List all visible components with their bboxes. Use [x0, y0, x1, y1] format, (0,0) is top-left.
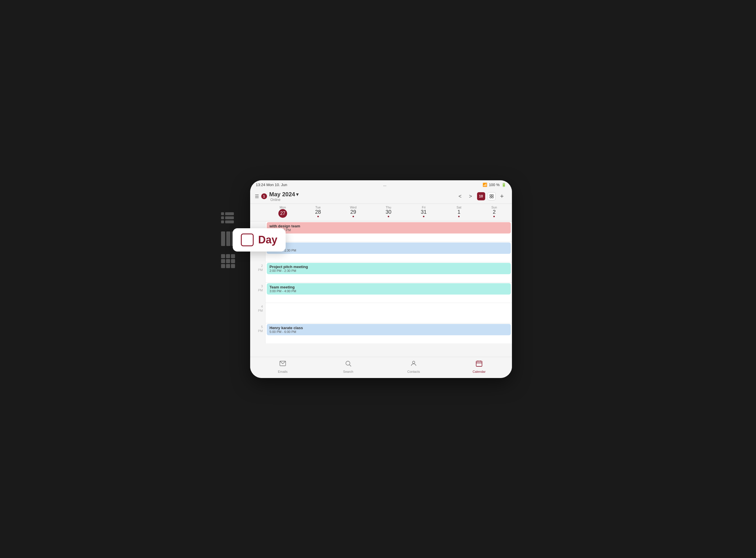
time-grid: 1PM 2PM 3PM 4PM 5PM [250, 221, 512, 344]
calendar-icon [476, 360, 483, 369]
time-row-2: Project pitch meeting 2:00 PM - 2:30 PM [266, 262, 512, 282]
time-label-3pm: 3PM [250, 282, 265, 303]
day-tooltip-label: Day [258, 234, 277, 246]
list-icon-top [221, 212, 235, 223]
day-header-fri[interactable]: Fri 31 [406, 204, 441, 221]
status-time: 13:24 Mon 10. Jun [256, 183, 287, 187]
day-header-wed[interactable]: Wed 29 [336, 204, 371, 221]
next-button[interactable]: > [467, 192, 475, 200]
svg-point-5 [346, 361, 350, 365]
nav-contacts[interactable]: Contacts [402, 360, 425, 373]
header-title-area: May 2024 ▾ Online [269, 191, 299, 202]
online-status: Online [271, 198, 299, 202]
svg-line-6 [350, 365, 351, 366]
event-henry[interactable]: p Henry 1:00 PM - 1:30 PM [267, 243, 511, 254]
header-right: < > 10 + [456, 192, 506, 200]
event-project-pitch[interactable]: Project pitch meeting 2:00 PM - 2:30 PM [267, 263, 511, 274]
bottom-nav: Emails Search [250, 357, 512, 378]
time-row-4 [266, 303, 512, 323]
days-header: Mon 27 Tue 28 Wed 29 Thu [250, 204, 512, 221]
svg-rect-8 [476, 361, 482, 366]
time-label-5pm: 5PM [250, 323, 265, 344]
svg-point-7 [412, 361, 415, 363]
time-row-5: Henry karate class 5:00 PM - 6:00 PM [266, 323, 512, 344]
event-design-team[interactable]: with design team PM - 12:45 PM [267, 222, 511, 233]
wifi-icon: 📶 [483, 183, 487, 187]
dropdown-arrow: ▾ [296, 192, 298, 197]
grid-icon [221, 254, 235, 268]
time-row-3: Team meeting 3:00 PM - 4:00 PM [266, 282, 512, 303]
time-label-4pm: 4PM [250, 303, 265, 323]
svg-rect-0 [490, 195, 491, 196]
notification-badge: 1 [261, 193, 267, 199]
today-button[interactable]: 10 [477, 192, 485, 200]
svg-rect-3 [492, 197, 493, 198]
menu-icon[interactable]: ☰ [255, 194, 259, 199]
event-team-meeting[interactable]: Team meeting 3:00 PM - 4:00 PM [267, 283, 511, 295]
time-row-1: p Henry 1:00 PM - 1:30 PM [266, 242, 512, 262]
battery-percent: 100 % [489, 183, 500, 187]
outer-container: Day 13:24 Mon 10. Jun ... 📶 100 % 🔋 ☰ [238, 175, 518, 384]
day-view-icon [241, 233, 254, 246]
add-button[interactable]: + [498, 192, 506, 200]
search-icon [345, 360, 352, 369]
battery-icon: 🔋 [502, 183, 506, 187]
calendar-scroll[interactable]: 1PM 2PM 3PM 4PM 5PM [250, 221, 512, 357]
day-header-mon[interactable]: Mon 27 [265, 204, 301, 221]
nav-search[interactable]: Search [336, 360, 360, 373]
tablet-frame: 13:24 Mon 10. Jun ... 📶 100 % 🔋 ☰ 1 May … [250, 180, 512, 378]
status-dots: ... [383, 183, 386, 187]
status-right: 📶 100 % 🔋 [483, 183, 506, 187]
status-bar: 13:24 Mon 10. Jun ... 📶 100 % 🔋 [250, 180, 512, 189]
events-column: with design team PM - 12:45 PM p Henry 1… [265, 221, 512, 344]
emails-icon [279, 360, 286, 369]
time-label-2pm: 2PM [250, 262, 265, 282]
contacts-label: Contacts [407, 370, 420, 373]
nav-emails[interactable]: Emails [271, 360, 294, 373]
prev-button[interactable]: < [456, 192, 464, 200]
contacts-icon [410, 360, 417, 369]
time-row-0: with design team PM - 12:45 PM [266, 221, 512, 242]
time-col-spacer [250, 204, 265, 221]
day-header-thu[interactable]: Thu 30 [371, 204, 406, 221]
day-header-tue[interactable]: Tue 28 [301, 204, 336, 221]
day-header-sun[interactable]: Sun 2 [476, 204, 512, 221]
svg-rect-2 [490, 197, 491, 198]
header-left: ☰ 1 May 2024 ▾ Online [255, 191, 299, 202]
emails-label: Emails [278, 370, 287, 373]
calendar-header: ☰ 1 May 2024 ▾ Online < > 10 [250, 189, 512, 204]
view-button[interactable] [487, 192, 496, 200]
day-header-sat[interactable]: Sat 1 [441, 204, 476, 221]
calendar-label: Calendar [473, 370, 486, 373]
svg-rect-1 [492, 195, 493, 196]
event-karate[interactable]: Henry karate class 5:00 PM - 6:00 PM [267, 324, 511, 335]
search-label: Search [343, 370, 353, 373]
header-title[interactable]: May 2024 ▾ [269, 191, 299, 198]
day-tooltip: Day [233, 228, 286, 252]
nav-calendar[interactable]: Calendar [468, 360, 491, 373]
